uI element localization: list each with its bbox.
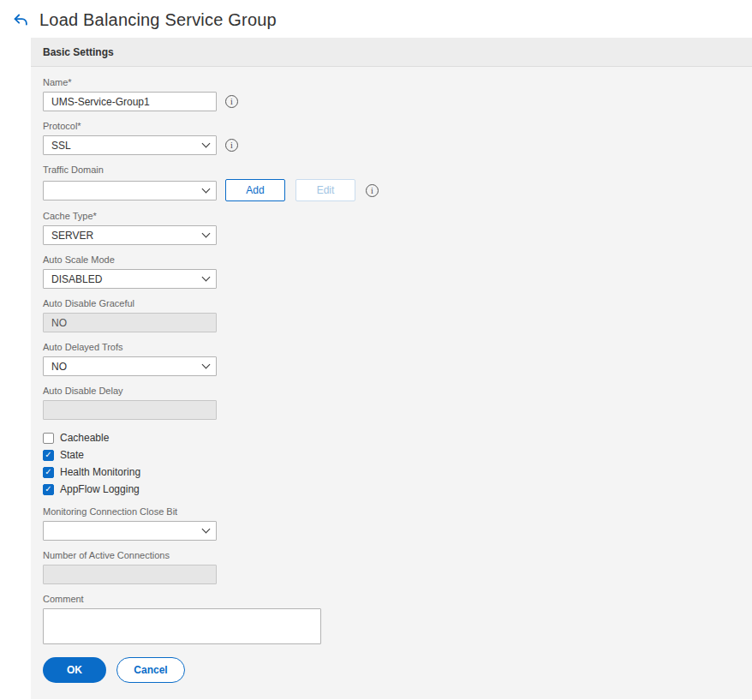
edit-button: Edit bbox=[295, 179, 355, 201]
appflow-logging-label: AppFlow Logging bbox=[60, 483, 140, 495]
monitoring-connection-close-bit-select[interactable] bbox=[43, 521, 217, 541]
auto-disable-graceful-label: Auto Disable Graceful bbox=[43, 298, 740, 309]
back-arrow-icon[interactable] bbox=[10, 9, 31, 30]
auto-disable-delay-input bbox=[43, 400, 217, 420]
chevron-down-icon bbox=[202, 273, 211, 282]
checkbox-icon bbox=[43, 433, 54, 444]
field-auto-delayed-trofs: Auto Delayed Trofs NO bbox=[43, 342, 740, 376]
cache-type-select[interactable]: SERVER bbox=[43, 225, 217, 245]
ok-button[interactable]: OK bbox=[43, 657, 106, 683]
panel-body: Name* i Protocol* SSL i Tr bbox=[31, 67, 752, 697]
chevron-down-icon bbox=[202, 140, 211, 148]
auto-disable-graceful-input: NO bbox=[43, 313, 217, 332]
protocol-label: Protocol* bbox=[43, 121, 740, 132]
panel-header: Basic Settings bbox=[31, 38, 752, 67]
field-auto-disable-graceful: Auto Disable Graceful NO bbox=[43, 298, 740, 332]
cache-type-label: Cache Type* bbox=[43, 211, 740, 222]
basic-settings-panel: Basic Settings Name* i Protocol* SSL bbox=[31, 38, 752, 699]
chevron-down-icon bbox=[202, 184, 211, 193]
checkbox-icon bbox=[43, 467, 54, 478]
field-auto-disable-delay: Auto Disable Delay bbox=[43, 386, 740, 420]
field-traffic-domain: Traffic Domain Add Edit i bbox=[43, 165, 740, 201]
info-icon[interactable]: i bbox=[366, 184, 379, 197]
field-number-of-active-connections: Number of Active Connections bbox=[43, 550, 740, 584]
state-label: State bbox=[60, 449, 84, 461]
info-icon[interactable]: i bbox=[225, 139, 238, 152]
protocol-select-value: SSL bbox=[51, 140, 71, 152]
number-of-active-connections-input bbox=[43, 565, 217, 584]
auto-delayed-trofs-select[interactable]: NO bbox=[43, 356, 217, 376]
checkbox-icon bbox=[43, 450, 54, 461]
traffic-domain-select[interactable] bbox=[43, 181, 217, 200]
auto-scale-mode-label: Auto Scale Mode bbox=[43, 254, 740, 266]
auto-disable-delay-label: Auto Disable Delay bbox=[43, 386, 740, 397]
chevron-down-icon bbox=[202, 361, 211, 369]
traffic-domain-label: Traffic Domain bbox=[43, 165, 740, 176]
health-monitoring-checkbox[interactable]: Health Monitoring bbox=[43, 464, 740, 481]
cancel-button[interactable]: Cancel bbox=[116, 657, 185, 683]
checkbox-icon bbox=[43, 484, 54, 495]
cacheable-checkbox[interactable]: Cacheable bbox=[43, 429, 740, 446]
chevron-down-icon bbox=[202, 230, 211, 238]
monitoring-connection-close-bit-label: Monitoring Connection Close Bit bbox=[43, 506, 740, 518]
state-checkbox[interactable]: State bbox=[43, 446, 740, 464]
chevron-down-icon bbox=[202, 525, 211, 534]
appflow-logging-checkbox[interactable]: AppFlow Logging bbox=[43, 481, 740, 498]
health-monitoring-label: Health Monitoring bbox=[60, 466, 140, 478]
name-input[interactable] bbox=[43, 92, 217, 111]
page-title: Load Balancing Service Group bbox=[39, 10, 277, 30]
checkbox-group: Cacheable State Health Monitoring AppFlo… bbox=[43, 429, 740, 498]
load-balancing-service-group-page: Load Balancing Service Group Basic Setti… bbox=[0, 0, 752, 699]
cache-type-select-value: SERVER bbox=[51, 230, 93, 242]
auto-delayed-trofs-label: Auto Delayed Trofs bbox=[43, 342, 740, 353]
titlebar: Load Balancing Service Group bbox=[0, 0, 752, 38]
field-cache-type: Cache Type* SERVER bbox=[43, 211, 740, 245]
auto-scale-mode-select[interactable]: DISABLED bbox=[43, 269, 217, 289]
protocol-select[interactable]: SSL bbox=[43, 135, 217, 155]
number-of-active-connections-label: Number of Active Connections bbox=[43, 550, 740, 561]
field-auto-scale-mode: Auto Scale Mode DISABLED bbox=[43, 254, 740, 289]
field-protocol: Protocol* SSL i bbox=[43, 121, 740, 155]
add-button[interactable]: Add bbox=[225, 179, 285, 201]
footer-actions: OK Cancel bbox=[43, 657, 740, 697]
field-comment: Comment bbox=[43, 594, 740, 648]
comment-label: Comment bbox=[43, 594, 740, 605]
auto-disable-graceful-value: NO bbox=[51, 317, 67, 329]
info-icon[interactable]: i bbox=[225, 95, 238, 108]
field-monitoring-connection-close-bit: Monitoring Connection Close Bit bbox=[43, 506, 740, 541]
cacheable-label: Cacheable bbox=[60, 432, 109, 444]
auto-scale-mode-select-value: DISABLED bbox=[51, 273, 102, 285]
auto-delayed-trofs-select-value: NO bbox=[51, 361, 67, 373]
name-label: Name* bbox=[43, 77, 740, 88]
field-name: Name* i bbox=[43, 77, 740, 111]
comment-textarea[interactable] bbox=[43, 608, 321, 644]
